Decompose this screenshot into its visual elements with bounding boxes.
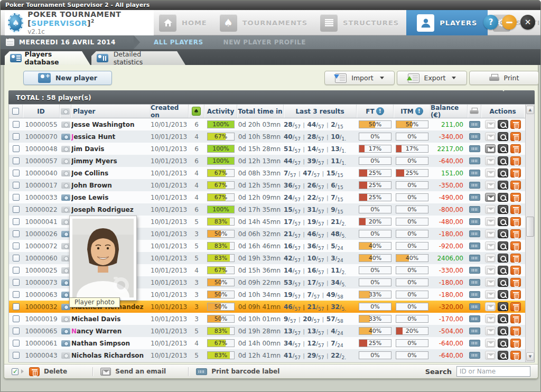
barcode-icon[interactable] bbox=[469, 218, 480, 225]
table-row[interactable]: 10000055 Jesse Washington 10/01/2013 6 1… bbox=[9, 118, 525, 130]
send-email-button[interactable] bbox=[485, 132, 496, 141]
trash-icon[interactable] bbox=[29, 367, 40, 376]
nav-structures[interactable]: STRUCTURES bbox=[315, 10, 406, 35]
camera-icon[interactable] bbox=[61, 304, 70, 310]
barcode-icon[interactable] bbox=[469, 182, 480, 189]
view-player-button[interactable] bbox=[498, 181, 508, 190]
nav-home[interactable]: HOME bbox=[154, 10, 214, 35]
row-checkbox[interactable] bbox=[13, 145, 20, 152]
delete-player-button[interactable] bbox=[510, 266, 521, 275]
barcode-icon[interactable] bbox=[469, 267, 480, 274]
row-checkbox[interactable] bbox=[13, 315, 20, 322]
camera-icon[interactable] bbox=[61, 279, 70, 286]
row-checkbox[interactable] bbox=[13, 182, 20, 189]
delete-player-button[interactable] bbox=[510, 339, 521, 348]
table-row[interactable]: 10000070 Jessica Hunt 10/01/2013 4 67% 0… bbox=[9, 130, 525, 143]
delete-player-button[interactable] bbox=[510, 181, 521, 190]
send-email-button[interactable] bbox=[485, 290, 496, 299]
row-checkbox[interactable] bbox=[13, 206, 20, 213]
minimize-button[interactable] bbox=[502, 15, 517, 30]
camera-icon[interactable] bbox=[61, 340, 70, 347]
select-all-checkbox[interactable] bbox=[12, 108, 19, 115]
selection-dropdown-arrow[interactable] bbox=[21, 369, 26, 374]
col-last3-results[interactable]: Last 3 results bbox=[284, 105, 357, 118]
table-row[interactable]: 10000022 Joseph Rodriguez 10/01/2013 6 1… bbox=[9, 203, 525, 216]
delete-player-button[interactable] bbox=[510, 229, 521, 238]
delete-player-button[interactable] bbox=[510, 326, 521, 335]
camera-icon[interactable] bbox=[61, 243, 70, 249]
barcode-icon[interactable] bbox=[469, 303, 480, 310]
send-email-action[interactable]: Send an email bbox=[115, 368, 166, 375]
send-email-button[interactable] bbox=[485, 181, 496, 190]
delete-player-button[interactable] bbox=[510, 120, 521, 129]
scroll-up-arrow[interactable]: ▲ bbox=[526, 106, 534, 114]
row-checkbox[interactable] bbox=[13, 194, 20, 201]
camera-icon[interactable] bbox=[61, 122, 70, 128]
col-actions[interactable]: Actions bbox=[481, 105, 524, 118]
camera-icon[interactable] bbox=[61, 219, 70, 225]
view-player-button[interactable] bbox=[498, 169, 508, 178]
scroll-down-arrow[interactable]: ▼ bbox=[526, 352, 534, 361]
barcode-icon[interactable] bbox=[469, 157, 480, 164]
col-barcode[interactable] bbox=[468, 105, 481, 118]
barcode-icon[interactable] bbox=[469, 279, 480, 286]
send-email-button[interactable] bbox=[485, 351, 496, 360]
row-checkbox[interactable] bbox=[13, 121, 20, 128]
delete-player-button[interactable] bbox=[510, 254, 521, 263]
view-player-button[interactable] bbox=[498, 254, 508, 263]
camera-icon[interactable] bbox=[61, 255, 70, 262]
delete-player-button[interactable] bbox=[510, 156, 521, 165]
row-checkbox[interactable] bbox=[13, 352, 20, 359]
view-player-button[interactable] bbox=[498, 205, 508, 214]
send-email-button[interactable] bbox=[485, 339, 496, 348]
table-row[interactable]: 10000019 Michael Davis 10/01/2013 3 50% … bbox=[9, 313, 525, 325]
delete-player-button[interactable] bbox=[510, 290, 521, 299]
import-button[interactable]: Import bbox=[324, 71, 395, 85]
export-dropdown-caret[interactable] bbox=[452, 77, 456, 81]
tab-detailed-statistics[interactable]: Detailed statistics bbox=[91, 51, 185, 65]
row-checkbox[interactable] bbox=[13, 133, 20, 140]
scrollbar-thumb[interactable] bbox=[526, 217, 534, 237]
col-itm[interactable]: ITM! bbox=[394, 105, 431, 118]
send-email-button[interactable] bbox=[485, 278, 496, 287]
camera-icon[interactable] bbox=[61, 146, 70, 152]
barcode-icon[interactable] bbox=[469, 133, 480, 140]
search-input[interactable] bbox=[456, 366, 530, 377]
delete-player-button[interactable] bbox=[510, 351, 521, 360]
camera-icon[interactable] bbox=[61, 352, 70, 359]
row-checkbox[interactable] bbox=[13, 170, 20, 176]
col-total-time[interactable]: Total time in bbox=[237, 105, 284, 118]
camera-icon[interactable] bbox=[61, 134, 70, 140]
nav-players[interactable]: PLAYERS bbox=[406, 10, 488, 35]
send-email-button[interactable] bbox=[485, 326, 496, 335]
send-email-button[interactable] bbox=[485, 254, 496, 263]
delete-player-button[interactable] bbox=[510, 217, 521, 226]
send-email-button[interactable] bbox=[485, 144, 496, 153]
send-email-button[interactable] bbox=[485, 266, 496, 275]
row-checkbox[interactable] bbox=[13, 291, 20, 298]
send-email-button[interactable] bbox=[485, 193, 496, 202]
barcode-icon[interactable] bbox=[469, 255, 480, 262]
row-checkbox[interactable] bbox=[13, 218, 20, 225]
send-email-button[interactable] bbox=[485, 205, 496, 214]
delete-player-button[interactable] bbox=[510, 132, 521, 141]
view-player-button[interactable] bbox=[498, 132, 508, 141]
view-player-button[interactable] bbox=[498, 120, 508, 129]
table-row[interactable]: 10000043 Nicholas Richardson 10/01/2013 … bbox=[9, 349, 525, 361]
row-checkbox[interactable] bbox=[13, 230, 20, 237]
row-checkbox[interactable] bbox=[13, 242, 20, 249]
view-player-button[interactable] bbox=[498, 193, 508, 202]
barcode-icon[interactable] bbox=[469, 121, 480, 128]
col-photo[interactable] bbox=[60, 105, 71, 118]
col-activity[interactable]: Activity bbox=[204, 105, 237, 118]
row-checkbox[interactable] bbox=[13, 340, 20, 347]
barcode-icon[interactable] bbox=[469, 206, 480, 213]
view-player-button[interactable] bbox=[498, 156, 508, 165]
send-email-button[interactable] bbox=[485, 241, 496, 250]
email-icon[interactable] bbox=[100, 368, 111, 376]
barcode-icon[interactable] bbox=[469, 352, 480, 359]
view-player-button[interactable] bbox=[498, 339, 508, 348]
send-email-button[interactable] bbox=[485, 302, 496, 311]
send-email-button[interactable] bbox=[485, 120, 496, 129]
camera-icon[interactable] bbox=[61, 207, 70, 213]
